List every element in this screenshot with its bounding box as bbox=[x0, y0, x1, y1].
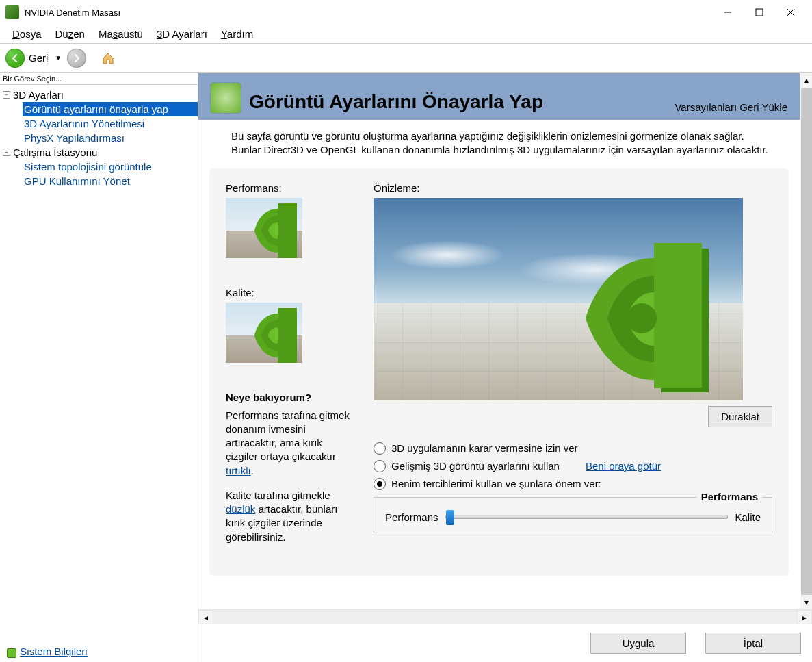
quality-thumb-label: Kalite: bbox=[226, 287, 356, 298]
svg-rect-4 bbox=[278, 203, 297, 258]
preference-radio-group: 3D uygulamanın karar vermesine izin ver … bbox=[374, 440, 772, 533]
preview-viewport bbox=[374, 198, 743, 400]
menu-desktop[interactable]: Masaüstü bbox=[92, 25, 150, 42]
tree-collapse-icon[interactable]: − bbox=[3, 149, 10, 156]
radio-advanced-settings-label: Gelişmiş 3D görüntü ayarlarını kullan bbox=[391, 460, 560, 472]
settings-panel: Performans: Kalite: Neye bakıyorum? bbox=[209, 168, 789, 576]
slider-label-right: Kalite bbox=[735, 511, 761, 523]
nav-forward-button[interactable] bbox=[67, 49, 86, 68]
task-tree: −3D AyarlarıGörüntü ayarlarını önayarla … bbox=[0, 85, 198, 641]
slider-label-left: Performans bbox=[385, 511, 438, 523]
scroll-left-icon[interactable]: ◂ bbox=[198, 610, 213, 624]
scroll-right-icon[interactable]: ▸ bbox=[797, 610, 812, 624]
horizontal-scrollbar[interactable]: ◂ ▸ bbox=[198, 609, 812, 624]
help-paragraph-performance: Performans tarafına gitmek donanım ivmes… bbox=[226, 409, 356, 478]
nvidia-logo-3d bbox=[573, 243, 724, 400]
radio-let-app-decide-label: 3D uygulamanın karar vermesine izin ver bbox=[391, 442, 578, 454]
apply-button[interactable]: Uygula bbox=[590, 633, 686, 654]
take-me-there-link[interactable]: Beni oraya götür bbox=[586, 460, 661, 472]
left-column: Performans: Kalite: Neye bakıyorum? bbox=[226, 182, 356, 555]
preference-slider-frame: Performans Performans Kalite bbox=[374, 497, 772, 533]
title-bar: NVIDIA Denetim Masası bbox=[0, 0, 812, 25]
window-title: NVIDIA Denetim Masası bbox=[25, 8, 120, 18]
radio-advanced-settings[interactable] bbox=[374, 460, 386, 472]
radio-use-my-preference-label: Benim tercihlerimi kullan ve şunlara öne… bbox=[391, 478, 601, 489]
performance-thumb-label: Performans: bbox=[226, 182, 356, 194]
content-area: Bir Görev Seçin... −3D AyarlarıGörüntü a… bbox=[0, 73, 812, 662]
help-paragraph-quality: Kalite tarafına gitmekle düzlük artacakt… bbox=[226, 489, 356, 544]
svg-rect-5 bbox=[278, 308, 297, 363]
radio-let-app-decide[interactable] bbox=[374, 442, 386, 455]
preference-slider[interactable] bbox=[445, 515, 729, 519]
main-pane: Görüntü Ayarlarını Önayarla Yap Varsayıl… bbox=[198, 73, 812, 662]
help-link-jagged[interactable]: tırtıklı bbox=[226, 465, 251, 476]
slider-thumb[interactable] bbox=[446, 510, 454, 525]
nav-back-label: Geri bbox=[29, 52, 48, 64]
quality-thumbnail[interactable] bbox=[226, 303, 302, 363]
right-column: Önizleme: bbox=[374, 182, 772, 555]
tree-item[interactable]: GPU Kullanımını Yönet bbox=[23, 174, 198, 188]
menu-bar: Dosya Düzen Masaüstü 3D Ayarları Yardım bbox=[0, 25, 812, 44]
main-scroll-area: Görüntü Ayarlarını Önayarla Yap Varsayıl… bbox=[198, 73, 800, 609]
tree-group-label[interactable]: Çalışma İstasyonu bbox=[13, 147, 97, 158]
svg-rect-1 bbox=[756, 9, 763, 16]
maximize-button[interactable] bbox=[744, 1, 775, 23]
menu-edit[interactable]: Düzen bbox=[49, 25, 92, 42]
slider-frame-title: Performans bbox=[697, 491, 762, 502]
nav-bar: Geri ▼ bbox=[0, 44, 812, 73]
close-button[interactable] bbox=[775, 1, 807, 23]
nav-history-dropdown[interactable]: ▼ bbox=[52, 54, 64, 62]
system-info-icon bbox=[7, 648, 16, 658]
vertical-scrollbar[interactable]: ▴ ▾ bbox=[800, 73, 812, 609]
page-header-icon bbox=[211, 83, 241, 113]
menu-file[interactable]: Dosya bbox=[5, 25, 49, 42]
menu-3d-settings[interactable]: 3D Ayarları bbox=[150, 25, 214, 42]
svg-point-8 bbox=[627, 303, 657, 333]
tree-item[interactable]: Görüntü ayarlarını önayarla yap bbox=[23, 102, 198, 116]
tree-item[interactable]: 3D Ayarlarının Yönetilmesi bbox=[23, 116, 198, 131]
scroll-down-icon[interactable]: ▾ bbox=[800, 596, 812, 609]
page-header: Görüntü Ayarlarını Önayarla Yap Varsayıl… bbox=[198, 73, 800, 120]
performance-thumbnail[interactable] bbox=[226, 198, 302, 258]
page-title: Görüntü Ayarlarını Önayarla Yap bbox=[249, 91, 543, 113]
cancel-button[interactable]: İptal bbox=[705, 633, 801, 654]
radio-use-my-preference[interactable] bbox=[374, 478, 386, 490]
menu-help[interactable]: Yardım bbox=[214, 25, 260, 42]
restore-defaults-link[interactable]: Varsayılanları Geri Yükle bbox=[675, 101, 787, 113]
pause-button[interactable]: Duraklat bbox=[708, 406, 772, 427]
tree-group-label[interactable]: 3D Ayarları bbox=[13, 89, 64, 101]
tree-item[interactable]: PhysX Yapılandırması bbox=[23, 131, 198, 145]
page-description: Bu sayfa görüntü ve görüntü oluşturma ay… bbox=[198, 120, 800, 163]
scroll-up-icon[interactable]: ▴ bbox=[800, 73, 812, 87]
preview-label: Önizleme: bbox=[374, 182, 772, 194]
system-info-link[interactable]: Sistem Bilgileri bbox=[20, 646, 87, 657]
nav-back-button[interactable] bbox=[5, 49, 25, 68]
footer-buttons: Uygula İptal bbox=[198, 624, 812, 662]
sidebar-footer: Sistem Bilgileri bbox=[0, 641, 198, 662]
minimize-button[interactable] bbox=[712, 1, 744, 23]
nav-home-button[interactable] bbox=[100, 50, 116, 66]
tree-item[interactable]: Sistem topolojisini görüntüle bbox=[23, 160, 198, 174]
sidebar: Bir Görev Seçin... −3D AyarlarıGörüntü a… bbox=[0, 73, 198, 662]
window-controls bbox=[712, 1, 807, 23]
sidebar-title: Bir Görev Seçin... bbox=[0, 73, 198, 85]
help-heading: Neye bakıyorum? bbox=[226, 392, 356, 403]
nvidia-app-icon bbox=[5, 5, 19, 19]
tree-collapse-icon[interactable]: − bbox=[3, 91, 10, 99]
svg-rect-7 bbox=[654, 243, 702, 388]
help-link-smoothness[interactable]: düzlük bbox=[226, 503, 255, 515]
